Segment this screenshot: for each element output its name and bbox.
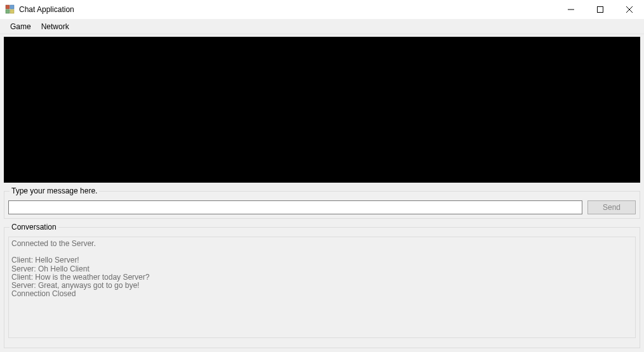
window-controls [556, 0, 644, 19]
close-button[interactable] [615, 0, 644, 19]
message-input-legend: Type your message here. [10, 186, 99, 195]
message-input-group: Type your message here. Send [4, 186, 640, 219]
conversation-group: Conversation Connected to the Server. Cl… [4, 223, 640, 348]
maximize-button[interactable] [586, 0, 615, 19]
conversation-log: Connected to the Server. Client: Hello S… [8, 237, 636, 338]
svg-rect-0 [6, 5, 10, 9]
svg-rect-2 [6, 10, 10, 13]
svg-rect-5 [598, 7, 603, 13]
window-title: Chat Application [19, 5, 74, 14]
send-button[interactable]: Send [587, 200, 636, 214]
app-icon [5, 4, 15, 15]
svg-rect-3 [10, 10, 14, 13]
menu-bar: Game Network [0, 19, 644, 34]
client-area: Type your message here. Send Conversatio… [0, 34, 644, 352]
menu-network[interactable]: Network [36, 20, 74, 33]
conversation-legend: Conversation [10, 223, 58, 231]
input-row: Send [8, 200, 636, 214]
display-panel [4, 37, 640, 183]
message-input[interactable] [8, 200, 582, 214]
menu-game[interactable]: Game [5, 20, 36, 33]
minimize-button[interactable] [556, 0, 586, 19]
title-bar: Chat Application [0, 0, 644, 19]
svg-rect-1 [10, 5, 14, 9]
